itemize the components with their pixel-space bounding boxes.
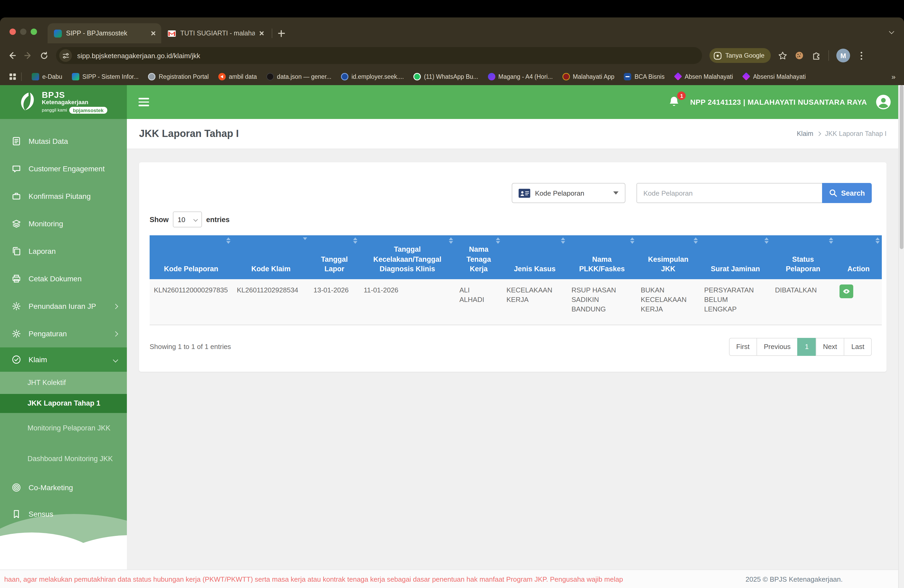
apps-grid-icon[interactable] [9,73,16,80]
tab-gmail[interactable]: TUTI SUGIARTI - malahayati.r [161,23,270,43]
sidebar-subitem-dashboard-monitoring-jkk[interactable]: Dashboard Monitoring JKK [0,444,127,474]
col-nama-plkk[interactable]: Nama PLKK/Faskes [567,235,637,279]
bookmark-item[interactable]: data.json — gener... [262,70,336,83]
sidebar-item-klaim[interactable]: Klaim [0,348,127,372]
sidebar-item-laporan[interactable]: Laporan [0,237,127,265]
sidebar-toggle-button[interactable] [139,98,149,106]
scrollbar-thumb[interactable] [899,85,903,249]
extensions-puzzle-icon[interactable] [811,51,821,60]
page-size-select[interactable]: 10 [173,212,202,228]
reload-button[interactable] [36,47,52,63]
chevron-right-icon [817,132,821,136]
sidebar-subitem-jht-kolektif[interactable]: JHT Kolektif [0,372,127,394]
notifications-button[interactable]: 1 [668,95,682,109]
site-settings-icon[interactable] [59,49,72,62]
cookie-extension-icon[interactable] [795,51,804,60]
tanya-google-button[interactable]: Tanya Google [710,48,771,63]
bpjs-logo[interactable]: BPJS Ketenagakerjaan panggil kami bpjams… [0,85,127,119]
new-tab-button[interactable] [274,27,288,40]
filter-type-dropdown[interactable]: Kode Pelaporan [512,183,626,203]
minimize-window-button[interactable] [20,28,27,35]
bookmark-item[interactable]: BCA Bisnis [619,70,669,83]
bookmark-favicon [266,73,274,80]
sort-icon [561,237,565,244]
col-action[interactable]: Action [835,235,882,279]
sidebar-item-cetak-dokumen[interactable]: Cetak Dokumen [0,265,127,292]
sort-icon [449,237,453,244]
profile-avatar[interactable]: M [836,49,850,62]
col-kesimpulan-jkk[interactable]: Kesimpulan JKK [637,235,700,279]
col-tanggal-lapor[interactable]: Tanggal Lapor [309,235,359,279]
pagination-next[interactable]: Next [815,338,844,356]
sidebar: Mutasi Data Customer Engagement Konfirma… [0,119,127,569]
bookmark-item[interactable]: (11) WhatsApp Bu... [409,70,483,83]
sidebar-item-konfirmasi-piutang[interactable]: Konfirmasi Piutang [0,182,127,210]
divider [828,50,829,61]
sidebar-item-penundaan-iuran-jp[interactable]: Penundaan Iuran JP [0,292,127,320]
npp-account-label: NPP 24141123 | MALAHAYATI NUSANTARA RAYA [690,98,867,106]
bookmark-item[interactable]: SIPP - Sistem Infor... [67,70,143,83]
main-area: JKK Laporan Tahap I Klaim JKK Laporan Ta… [127,119,904,569]
sort-icon [765,237,769,244]
tab-sipp[interactable]: SIPP - BPJamsostek [47,23,161,43]
sidebar-item-pengaturan[interactable]: Pengaturan [0,320,127,348]
bookmark-item[interactable]: Registration Portal [144,70,213,83]
bookmark-item[interactable]: id.employer.seek.... [336,70,409,83]
chrome-menu-icon[interactable] [858,52,865,60]
app-header: BPJS Ketenagakerjaan panggil kami bpjams… [0,85,904,119]
bookmark-item[interactable]: Magang - A4 (Hori... [483,70,558,83]
pagination-first[interactable]: First [729,338,757,356]
logo-line2: Ketenagakerjaan [42,99,107,105]
bookmarks-overflow-icon[interactable]: » [888,72,899,81]
search-button[interactable]: Search [822,183,872,203]
view-detail-button[interactable] [839,285,853,298]
pagination-previous[interactable]: Previous [757,338,798,356]
sidebar-item-mutasi-data[interactable]: Mutasi Data [0,127,127,155]
close-tab-icon[interactable] [151,31,156,36]
chevron-right-icon [113,331,118,336]
breadcrumb-klaim[interactable]: Klaim [797,130,813,138]
check-circle-icon [12,355,21,364]
forward-button[interactable] [20,47,36,63]
bookmark-item[interactable]: Malahayati App [558,70,619,83]
sidebar-item-co-marketing[interactable]: Co-Marketing [0,474,127,501]
chevron-right-icon [113,303,118,309]
zoom-window-button[interactable] [31,28,37,35]
col-tanggal-kecelakaan[interactable]: Tanggal Kecelakaan/Tanggal Diagnosis Kli… [359,235,455,279]
sidebar-subitem-monitoring-pelaporan-jkk[interactable]: Monitoring Pelaporan JKK [0,413,127,444]
sidebar-item-customer-engagement[interactable]: Customer Engagement [0,155,127,182]
close-tab-icon[interactable] [259,31,264,36]
gear-icon [12,301,21,311]
lens-icon [714,52,722,60]
kode-pelaporan-input[interactable] [637,183,822,203]
bookmark-item[interactable]: Absensi Malahayati [738,70,811,83]
sidebar-subitem-jkk-laporan-tahap-1[interactable]: JKK Laporan Tahap 1 [0,394,127,413]
page-scrollbar[interactable] [898,85,904,588]
address-bar[interactable]: sipp.bpjsketenagakerjaan.go.id/klaim/jkk [56,47,702,64]
col-jenis-kasus[interactable]: Jenis Kasus [502,235,567,279]
bookmark-star-icon[interactable] [778,51,787,60]
user-avatar-icon[interactable] [876,94,891,110]
sidebar-item-monitoring[interactable]: Monitoring [0,210,127,237]
tab-divider [272,28,272,38]
bookmark-item[interactable]: e-Dabu [27,70,67,83]
table-info: Showing 1 to 1 of 1 entries [150,343,231,351]
bookmark-favicon [674,72,682,81]
col-kode-pelaporan[interactable]: Kode Pelaporan [150,235,232,279]
back-button[interactable] [4,47,20,63]
cell-nama-tenaga-kerja: ALI ALHADI [455,279,502,325]
tab-search-button[interactable] [885,25,898,37]
close-window-button[interactable] [9,28,16,35]
pagination-page-1[interactable]: 1 [798,338,816,356]
col-status-pelaporan[interactable]: Status Pelaporan [771,235,835,279]
copyright: 2025 © BPJS Ketenagakerjaan. [745,570,843,588]
col-kode-klaim[interactable]: Kode Klaim [232,235,309,279]
col-surat-jaminan[interactable]: Surat Jaminan [700,235,771,279]
toolbar-right: Tanya Google M [710,48,865,63]
pagination-last[interactable]: Last [844,338,872,356]
tab-title: TUTI SUGIARTI - malahayati.r [180,30,255,37]
title-bar: JKK Laporan Tahap I Klaim JKK Laporan Ta… [127,119,904,149]
col-nama-tenaga-kerja[interactable]: Nama Tenaga Kerja [455,235,502,279]
bookmark-item[interactable]: Absen Malahayati [669,70,738,83]
bookmark-item[interactable]: ambil data [213,70,262,83]
